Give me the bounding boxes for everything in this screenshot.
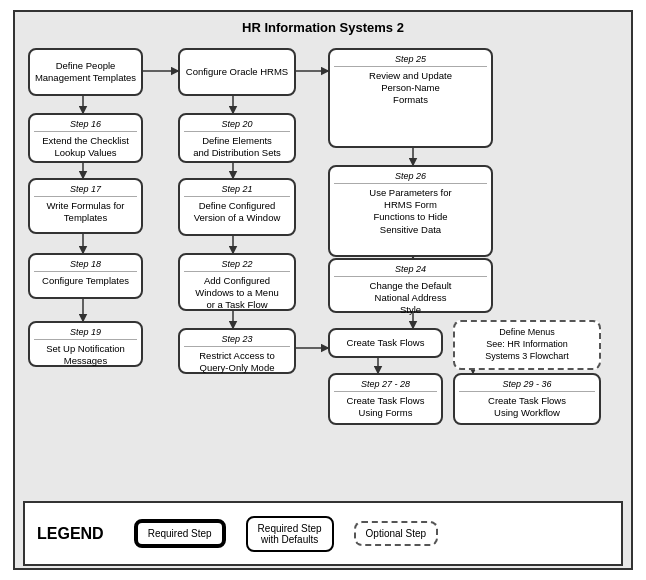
legend-defaults-box: Required Step with Defaults [246, 516, 334, 552]
step16-content: Extend the Checklist Lookup Values [34, 135, 137, 160]
step20-header: Step 20 [184, 119, 290, 132]
step26-node: Step 26 Use Parameters for HRMS Form Fun… [328, 165, 493, 257]
legend-required-item: Required Step [134, 519, 226, 548]
legend-required-label: Required Step [148, 528, 212, 539]
step24-header: Step 24 [334, 264, 487, 277]
step22-header: Step 22 [184, 259, 290, 272]
legend-defaults-label: Required Step with Defaults [258, 523, 322, 545]
create-task-flows-label: Create Task Flows [347, 337, 425, 349]
step27-content: Create Task Flows Using Forms [334, 395, 437, 420]
legend-required-box: Required Step [134, 519, 226, 548]
step18-content: Configure Templates [34, 275, 137, 287]
step21-content: Define Configured Version of a Window [184, 200, 290, 225]
legend-optional-box: Optional Step [354, 521, 439, 546]
step27-node: Step 27 - 28 Create Task Flows Using For… [328, 373, 443, 425]
step25-content: Review and Update Person-Name Formats [334, 70, 487, 107]
step29-content: Create Task Flows Using Workflow [459, 395, 595, 420]
step19-content: Set Up Notification Messages [34, 343, 137, 368]
step17-header: Step 17 [34, 184, 137, 197]
step24-content: Change the Default National Address Styl… [334, 280, 487, 317]
legend-optional-label: Optional Step [366, 528, 427, 539]
legend-defaults-item: Required Step with Defaults [246, 516, 334, 552]
step21-header: Step 21 [184, 184, 290, 197]
define-menus-label: Define Menus See: HR Information Systems… [485, 327, 569, 362]
step26-header: Step 26 [334, 171, 487, 184]
main-container: HR Information Systems 2 [13, 10, 633, 570]
step23-content: Restrict Access to Query-Only Mode [184, 350, 290, 375]
step29-header: Step 29 - 36 [459, 379, 595, 392]
step23-header: Step 23 [184, 334, 290, 347]
step18-header: Step 18 [34, 259, 137, 272]
step27-header: Step 27 - 28 [334, 379, 437, 392]
step29-node: Step 29 - 36 Create Task Flows Using Wor… [453, 373, 601, 425]
create-task-flows-node: Create Task Flows [328, 328, 443, 358]
page-title: HR Information Systems 2 [23, 20, 623, 35]
step17-content: Write Formulas for Templates [34, 200, 137, 225]
step22-node: Step 22 Add Configured Windows to a Menu… [178, 253, 296, 311]
step23-node: Step 23 Restrict Access to Query-Only Mo… [178, 328, 296, 374]
step25-node: Step 25 Review and Update Person-Name Fo… [328, 48, 493, 148]
step17-node: Step 17 Write Formulas for Templates [28, 178, 143, 234]
step20-content: Define Elements and Distribution Sets [184, 135, 290, 160]
step25-header: Step 25 [334, 54, 487, 67]
step19-header: Step 19 [34, 327, 137, 340]
legend-title: LEGEND [37, 525, 104, 543]
define-people-node: Define People Management Templates [28, 48, 143, 96]
step18-node: Step 18 Configure Templates [28, 253, 143, 299]
define-people-label: Define People Management Templates [35, 60, 136, 85]
step24-node: Step 24 Change the Default National Addr… [328, 258, 493, 313]
step20-node: Step 20 Define Elements and Distribution… [178, 113, 296, 163]
define-menus-node: Define Menus See: HR Information Systems… [453, 320, 601, 370]
configure-oracle-node: Configure Oracle HRMS [178, 48, 296, 96]
step26-content: Use Parameters for HRMS Form Functions t… [334, 187, 487, 236]
legend: LEGEND Required Step Required Step with … [23, 501, 623, 566]
step21-node: Step 21 Define Configured Version of a W… [178, 178, 296, 236]
configure-oracle-label: Configure Oracle HRMS [186, 66, 288, 78]
step16-header: Step 16 [34, 119, 137, 132]
diagram: Define People Management Templates Confi… [23, 43, 623, 493]
step19-node: Step 19 Set Up Notification Messages [28, 321, 143, 367]
step22-content: Add Configured Windows to a Menu or a Ta… [184, 275, 290, 312]
step16-node: Step 16 Extend the Checklist Lookup Valu… [28, 113, 143, 163]
legend-optional-item: Optional Step [354, 521, 439, 546]
